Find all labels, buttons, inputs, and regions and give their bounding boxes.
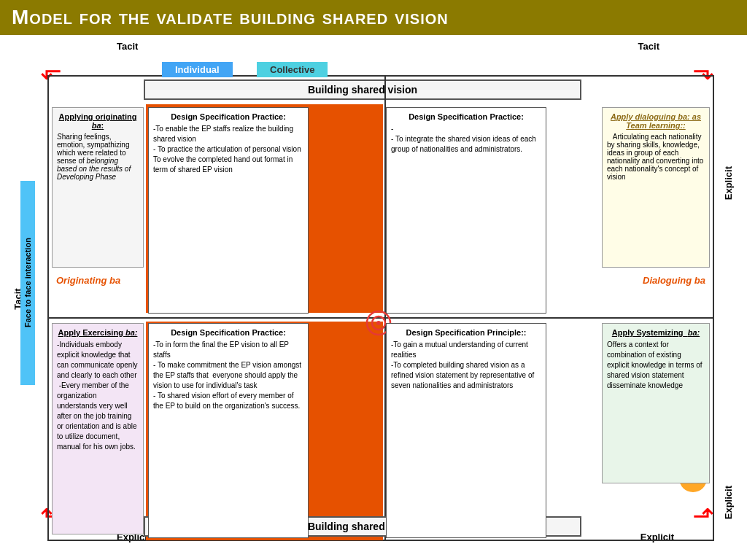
card-design-spec-bottom-right: Design Specification Principle:: -To gai… (386, 323, 546, 538)
card-exercising: Apply Exercising ba: -Individuals embody… (52, 323, 144, 534)
tab-individual[interactable]: Individual (162, 62, 233, 77)
card-design-spec-top-right: Design Specification Practice: - - To in… (386, 107, 546, 314)
card-design-spec-bottom-left-title: Design Specification Practice: (153, 328, 303, 337)
dialoguing-ba-label: Dialoguing ba (643, 275, 705, 286)
svg-point-2 (376, 321, 381, 325)
card-design-spec-bottom-right-body: -To gain a mutual understanding of curre… (391, 340, 541, 391)
card-exercising-title: Apply Exercising ba: (57, 328, 139, 337)
card-design-spec-bottom-left-body: -To in form the final the EP vision to a… (153, 340, 303, 411)
card-design-spec-top-right-body: - - To integrate the shared vision ideas… (391, 124, 541, 155)
card-dialoguing-body: Articulating each nationality by sharing… (607, 133, 705, 181)
tacit-label-top-right: Tacit (638, 41, 659, 52)
header-title: Model for the validate building shared v… (12, 6, 449, 28)
card-design-spec-bottom-left: Design Specification Practice: -To in fo… (148, 323, 309, 538)
explicit-label-right-top: Explicit (723, 166, 734, 200)
face-to-face-label: Face to face interaction (20, 181, 35, 385)
originating-ba-label: Originating Originating baba (56, 275, 120, 286)
card-dialoguing: Apply dialoguing ba: as Team learning:: … (602, 107, 710, 268)
card-originating-title: Applying originating ba: (57, 112, 139, 130)
tacit-label-top-left: Tacit (117, 41, 138, 52)
explicit-label-right-bottom: Explicit (723, 486, 734, 519)
card-exercising-body: -Individuals embody explicit knowledge t… (57, 340, 139, 452)
grid-area: Individual Collective Building shared vi… (47, 75, 714, 541)
main-diagram: Tacit Tacit Explicit Explicit Tacit Expl… (0, 35, 747, 560)
card-design-spec-bottom-right-title: Design Specification Principle:: (391, 328, 541, 337)
card-originating-body: Sharing feelings, emotion, sympathizing … (57, 133, 139, 181)
page-header: Model for the validate building shared v… (0, 0, 747, 35)
card-systemizing-body: Offers a context for combination of exis… (607, 340, 705, 391)
card-dialoguing-title: Apply dialoguing ba: as Team learning:: (607, 112, 705, 130)
card-design-spec-top-left: Design Specification Practice: -To enabl… (148, 107, 309, 314)
tab-collective[interactable]: Collective (257, 62, 328, 77)
card-originating: Applying originating ba: Sharing feeling… (52, 107, 144, 268)
card-systemizing-title: Apply Systemizing ba: (607, 328, 705, 337)
card-design-spec-top-left-body: -To enable the EP staffs realize the bui… (153, 124, 303, 175)
card-design-spec-top-right-title: Design Specification Practice: (391, 112, 541, 121)
card-design-spec-top-left-title: Design Specification Practice: (153, 112, 303, 121)
bsv-top-banner: Building shared vision (144, 79, 581, 100)
card-systemizing: Apply Systemizing ba: Offers a context f… (602, 323, 710, 483)
